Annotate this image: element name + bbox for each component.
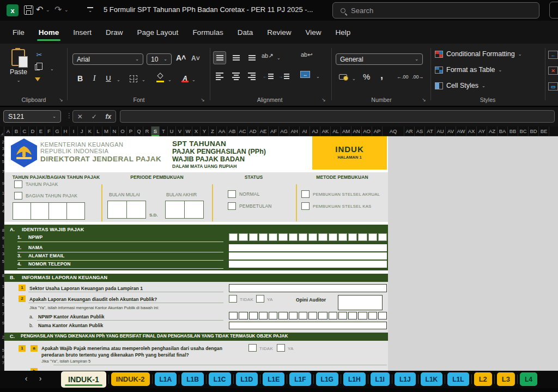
enter-icon[interactable]: ✓ <box>92 113 97 120</box>
merge-center-chevron-icon[interactable]: ⌄ <box>316 74 320 79</box>
font-color-chevron-icon[interactable]: ⌄ <box>192 77 196 82</box>
column-header-aj[interactable]: AJ <box>310 126 320 136</box>
npwp-boxes-cell[interactable] <box>249 233 258 241</box>
npwp-boxes-cell[interactable] <box>239 233 247 241</box>
bagian-tahun-pajak-checkbox[interactable] <box>14 192 22 200</box>
npwp-boxes-cell[interactable] <box>308 233 317 241</box>
select-all-corner[interactable] <box>0 126 4 136</box>
column-header-m[interactable]: M <box>102 126 111 136</box>
column-header-aa[interactable]: AA <box>217 126 227 136</box>
npwp-boxes-cell[interactable] <box>318 233 327 241</box>
column-header-r[interactable]: R <box>143 126 151 136</box>
sheet-tab-l3[interactable]: L3 <box>497 372 515 386</box>
column-header-ag[interactable]: AG <box>279 126 289 136</box>
font-color-icon[interactable]: xA <box>181 73 189 82</box>
row-header[interactable]: 9 <box>0 181 4 186</box>
kap-npwp-boxes-cell[interactable] <box>278 312 287 319</box>
menu-tab-review[interactable]: Review <box>260 21 298 44</box>
conditional-formatting-button[interactable]: Conditional Formatting ⌄ <box>435 50 521 58</box>
column-header-e[interactable]: E <box>37 126 45 136</box>
sheet-tab-l1d[interactable]: L1D <box>236 372 258 386</box>
kap-npwp-boxes-cell[interactable] <box>259 312 268 319</box>
align-top-button[interactable] <box>213 51 226 64</box>
formula-input[interactable] <box>120 110 555 123</box>
row-header[interactable]: 5 <box>0 159 4 164</box>
npwp-boxes-cell[interactable] <box>358 233 367 241</box>
insert-cells-icon[interactable]: ← <box>548 51 558 59</box>
wrap-text-icon[interactable]: ab↩ <box>301 51 312 58</box>
decrease-font-size-icon[interactable]: A˅ <box>191 55 200 62</box>
column-header-ad[interactable]: AD <box>248 126 258 136</box>
cell-styles-button[interactable]: Cell Styles ⌄ <box>435 82 486 89</box>
column-header-l[interactable]: L <box>94 126 102 136</box>
npwp-boxes-cell[interactable] <box>269 233 277 241</box>
undo-chevron-icon[interactable]: ⌄ <box>46 7 50 13</box>
npwp-boxes-cell[interactable] <box>368 233 377 241</box>
menu-tab-formulas[interactable]: Formulas <box>185 21 230 44</box>
row-header[interactable]: 4 <box>0 153 4 158</box>
undo-icon[interactable]: ↶ <box>36 4 43 16</box>
increase-font-size-icon[interactable]: A˄ <box>176 53 186 62</box>
menu-tab-file[interactable]: File <box>5 21 32 44</box>
row-header[interactable]: 2 <box>0 335 4 340</box>
cut-icon[interactable]: ✂ <box>34 50 45 59</box>
row-header[interactable]: 7 <box>0 169 4 174</box>
column-header-y[interactable]: Y <box>201 126 209 136</box>
start-month-boxes-cell[interactable] <box>126 201 146 219</box>
column-header-ap[interactable]: AP <box>372 126 383 136</box>
column-header-ae[interactable]: AE <box>258 126 269 136</box>
borders-icon[interactable] <box>130 75 137 82</box>
kap-npwp-boxes-cell[interactable] <box>358 312 367 319</box>
paste-button[interactable]: Paste ⌄ <box>10 49 27 83</box>
kap-npwp-boxes-cell[interactable] <box>308 312 317 319</box>
row-header[interactable]: 1 <box>0 244 4 249</box>
empty-cells-area[interactable] <box>388 136 558 371</box>
column-header-ac[interactable]: AC <box>238 126 248 136</box>
sheet-tab-l1b[interactable]: L1B <box>181 372 204 386</box>
column-header-a[interactable]: A <box>4 126 13 136</box>
column-header-av[interactable]: AV <box>446 126 456 136</box>
column-header-ai[interactable]: AI <box>300 126 310 136</box>
column-header-aw[interactable]: AW <box>456 126 466 136</box>
column-header-x[interactable]: X <box>192 126 201 136</box>
column-header-ao[interactable]: AO <box>362 126 372 136</box>
menu-tab-data[interactable]: Data <box>231 21 260 44</box>
pembetulan-checkbox[interactable] <box>228 202 236 210</box>
column-header-p[interactable]: P <box>127 126 135 136</box>
kap-npwp-boxes-cell[interactable] <box>338 312 347 319</box>
column-header-b[interactable]: B <box>13 126 21 136</box>
row-header[interactable]: 6 <box>0 354 4 359</box>
npwp-boxes-cell[interactable] <box>329 233 337 241</box>
redo-chevron-icon[interactable]: ⌄ <box>64 7 69 13</box>
sheet-tab-l1g[interactable]: L1G <box>316 372 338 386</box>
format-as-table-button[interactable]: Format as Table ⌄ <box>435 66 502 74</box>
column-header-ba[interactable]: BA <box>498 126 508 136</box>
kap-npwp-boxes-cell[interactable] <box>348 312 357 319</box>
sheet-tab-l1j[interactable]: L1J <box>395 372 416 386</box>
formula-bar-handle-icon[interactable]: ⋮ <box>66 112 72 119</box>
telepon-input[interactable] <box>229 261 387 268</box>
menu-tab-draw[interactable]: Draw <box>99 21 130 44</box>
column-header-z[interactable]: Z <box>209 126 217 136</box>
column-header-am[interactable]: AM <box>341 126 351 136</box>
underline-button[interactable]: U <box>105 74 112 82</box>
sheet-tab-l1l[interactable]: L1L <box>447 372 469 386</box>
save-icon[interactable] <box>24 5 33 15</box>
sheet-tab-l1k[interactable]: L1K <box>421 372 443 386</box>
column-header-at[interactable]: AT <box>425 126 435 136</box>
row-header[interactable]: 4 <box>0 209 4 214</box>
align-left-button[interactable] <box>213 70 226 83</box>
column-header-as[interactable]: AS <box>415 126 425 136</box>
row-header[interactable]: 8 <box>0 273 4 278</box>
row-header[interactable]: 7 <box>0 360 4 365</box>
alignment-dialog-launcher[interactable]: ↘ <box>320 97 327 103</box>
font-dialog-launcher[interactable]: ↘ <box>199 97 206 103</box>
copy-chevron-icon[interactable]: ⌄ <box>50 67 54 71</box>
column-header-w[interactable]: W <box>184 126 192 136</box>
copy-icon[interactable] <box>35 64 40 70</box>
sheet-tab-l1f[interactable]: L1F <box>289 372 311 386</box>
sheet-tab-l1c[interactable]: L1C <box>209 372 231 386</box>
column-header-bb[interactable]: BB <box>508 126 518 136</box>
column-header-ay[interactable]: AY <box>477 126 487 136</box>
menu-tab-insert[interactable]: Insert <box>66 21 99 44</box>
